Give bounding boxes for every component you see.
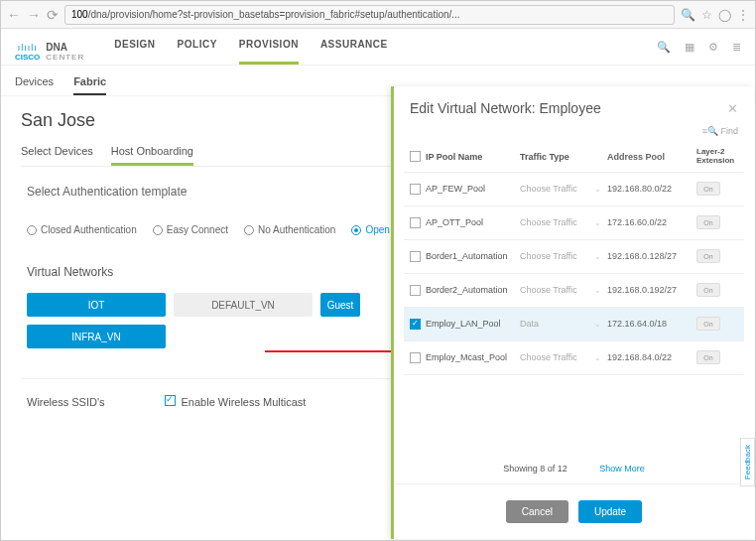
search-icon[interactable]: 🔍 (681, 8, 695, 22)
app-header: ılıılı CISCO DNA CENTER DESIGN POLICY PR… (1, 29, 755, 66)
pool-name: AP_FEW_Pool (426, 184, 520, 194)
subnav-fabric[interactable]: Fabric (73, 75, 106, 95)
reload-icon[interactable]: ⟳ (47, 7, 59, 23)
vn-infra[interactable]: INFRA_VN (27, 325, 166, 348)
feedback-tab[interactable]: Feedback (740, 438, 755, 486)
table-row[interactable]: Border2_AutomationChoose Traffic⌄192.168… (404, 274, 744, 308)
traffic-type-select[interactable]: Choose Traffic⌄ (520, 251, 607, 261)
address-pool: 172.16.60.0/22 (607, 217, 696, 227)
annotation-arrow (265, 350, 404, 352)
traffic-type-select[interactable]: Choose Traffic⌄ (520, 217, 607, 227)
vn-default[interactable]: DEFAULT_VN (174, 293, 313, 317)
pagination-row: Showing 8 of 12 Show More (394, 454, 754, 483)
table-row[interactable]: AP_FEW_PoolChoose Traffic⌄192.168.80.0/2… (404, 173, 744, 206)
cisco-text: CISCO (15, 53, 40, 62)
layer2-toggle[interactable]: On (696, 182, 720, 196)
showing-text: Showing 8 of 12 (503, 464, 567, 473)
cisco-bars-icon: ılıılı (18, 43, 38, 53)
pool-name: Employ_Mcast_Pool (426, 352, 520, 362)
nav-design[interactable]: DESIGN (114, 39, 155, 65)
vn-iot[interactable]: IOT (27, 293, 166, 317)
url-path: /dna/provision/home?st-provision_basetab… (88, 9, 460, 20)
edit-vn-panel: Edit Virtual Network: Employee ✕ ≡🔍 Find… (391, 86, 754, 539)
menu-icon[interactable]: ⋮ (737, 8, 749, 22)
pool-name: AP_OTT_Pool (426, 217, 520, 227)
col-type[interactable]: Traffic Type (520, 152, 607, 162)
brand-dna: DNA (46, 42, 84, 53)
address-pool: 192.168.84.0/22 (607, 352, 696, 362)
row-checkbox[interactable] (410, 217, 421, 228)
opt-closed[interactable]: Closed Authentication (27, 224, 137, 235)
address-pool: 172.16.64.0/18 (607, 319, 696, 329)
find-box[interactable]: ≡🔍 Find (394, 126, 754, 142)
cancel-button[interactable]: Cancel (506, 500, 568, 523)
row-checkbox[interactable] (410, 285, 421, 296)
close-icon[interactable]: ✕ (727, 101, 738, 116)
layer2-toggle[interactable]: On (696, 249, 720, 263)
subnav-devices[interactable]: Devices (15, 75, 54, 95)
col-ext[interactable]: Layer-2 Extension (696, 148, 736, 166)
pool-name: Border1_Automation (426, 251, 520, 261)
pool-name: Employ_LAN_Pool (426, 319, 520, 329)
url-host: 100 (71, 9, 88, 20)
chevron-down-icon: ⌄ (594, 286, 601, 295)
nav-provision[interactable]: PROVISION (239, 39, 299, 65)
browser-chrome: ← → ⟳ 100/dna/provision/home?st-provisio… (1, 1, 755, 29)
table-row[interactable]: Border1_AutomationChoose Traffic⌄192.168… (404, 240, 744, 274)
table-row[interactable]: Employ_Mcast_PoolChoose Traffic⌄192.168.… (404, 341, 744, 375)
search-icon[interactable]: 🔍 (657, 41, 671, 54)
panel-title: Edit Virtual Network: Employee (410, 100, 601, 116)
tab-host-onboarding[interactable]: Host Onboarding (111, 145, 193, 166)
panel-header: Edit Virtual Network: Employee ✕ (394, 86, 754, 126)
row-checkbox[interactable] (410, 319, 421, 330)
table-row[interactable]: AP_OTT_PoolChoose Traffic⌄172.16.60.0/22… (404, 206, 744, 240)
layer2-toggle[interactable]: On (696, 317, 720, 331)
pool-name: Border2_Automation (426, 285, 520, 295)
select-all-checkbox[interactable] (410, 151, 421, 162)
chevron-down-icon: ⌄ (594, 353, 601, 362)
traffic-type-select[interactable]: Choose Traffic⌄ (520, 352, 607, 362)
brand-center: CENTER (46, 53, 84, 62)
address-bar[interactable]: 100/dna/provision/home?st-provision_base… (64, 5, 675, 25)
row-checkbox[interactable] (410, 352, 421, 363)
row-checkbox[interactable] (410, 251, 421, 262)
chevron-down-icon: ⌄ (594, 218, 601, 227)
pool-table: IP Pool Name Traffic Type Address Pool L… (394, 142, 754, 454)
chevron-down-icon: ⌄ (594, 320, 601, 329)
grid-icon[interactable]: ▦ (685, 41, 694, 54)
layer2-toggle[interactable]: On (696, 283, 720, 297)
opt-easy[interactable]: Easy Connect (153, 224, 228, 235)
ssid-title: Wireless SSID's (27, 396, 105, 408)
show-more-link[interactable]: Show More (599, 464, 645, 473)
back-icon[interactable]: ← (7, 7, 21, 23)
main-nav: DESIGN POLICY PROVISION ASSURANCE (114, 39, 388, 65)
address-pool: 192.168.0.192/27 (607, 285, 696, 295)
vn-guest[interactable]: Guest (320, 293, 360, 317)
update-button[interactable]: Update (578, 500, 642, 523)
opt-none[interactable]: No Authentication (244, 224, 335, 235)
star-icon[interactable]: ☆ (701, 8, 712, 22)
table-header: IP Pool Name Traffic Type Address Pool L… (404, 142, 744, 173)
col-addr[interactable]: Address Pool (607, 152, 696, 162)
tab-select-devices[interactable]: Select Devices (21, 145, 93, 166)
header-icons: 🔍 ▦ ⚙ ≣ (657, 41, 741, 64)
enable-multicast[interactable]: Enable Wireless Multicast (165, 395, 307, 408)
table-row[interactable]: Employ_LAN_PoolData⌄172.16.64.0/18On (404, 308, 744, 341)
chevron-down-icon: ⌄ (594, 185, 601, 194)
gear-icon[interactable]: ⚙ (708, 41, 718, 54)
layer2-toggle[interactable]: On (696, 350, 720, 364)
row-checkbox[interactable] (410, 184, 421, 195)
nav-assurance[interactable]: ASSURANCE (320, 39, 388, 65)
col-name[interactable]: IP Pool Name (426, 152, 520, 162)
logo: ılıılı CISCO DNA CENTER (15, 42, 84, 62)
forward-icon: → (27, 7, 41, 23)
list-icon[interactable]: ≣ (732, 41, 741, 54)
traffic-type-select[interactable]: Choose Traffic⌄ (520, 184, 607, 194)
traffic-type-select[interactable]: Choose Traffic⌄ (520, 285, 607, 295)
chevron-down-icon: ⌄ (594, 252, 601, 261)
address-pool: 192.168.0.128/27 (607, 251, 696, 261)
circle-icon[interactable]: ◯ (718, 8, 731, 22)
nav-policy[interactable]: POLICY (178, 39, 217, 65)
traffic-type-select[interactable]: Data⌄ (520, 319, 607, 329)
layer2-toggle[interactable]: On (696, 215, 720, 229)
